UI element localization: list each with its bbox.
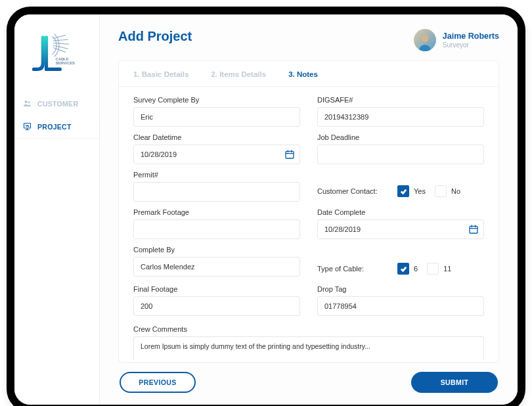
drop-tag-label: Drop Tag [317, 285, 484, 293]
customer-contact-yes[interactable]: Yes [397, 185, 426, 197]
job-deadline-label: Job Deadline [317, 133, 484, 141]
user-block[interactable]: Jaime Roberts Surveyor [414, 29, 499, 51]
main-content: Add Project Jaime Roberts Surveyor 1. Ba… [100, 14, 518, 405]
sidebar-item-project[interactable]: PROJECT [14, 115, 99, 138]
cable-type-11[interactable]: 11 [427, 263, 451, 275]
customer-contact-row: Customer Contact: Yes No [317, 181, 484, 201]
project-icon [22, 122, 32, 131]
clear-datetime-label: Clear Datetime [133, 133, 300, 141]
svg-point-7 [25, 101, 28, 103]
date-complete-input[interactable] [317, 219, 484, 239]
form-card: 1. Basic Details 2. Items Details 3. Not… [118, 60, 499, 363]
complete-by-label: Complete By [133, 246, 300, 254]
checkbox-checked-icon [397, 185, 409, 197]
form-area: Survey Complete By DIGSAFE# [119, 87, 499, 362]
user-name: Jaime Roberts [443, 32, 499, 41]
job-deadline-input[interactable] [317, 145, 484, 164]
complete-by-input[interactable] [133, 257, 300, 277]
cable-type-11-label: 11 [443, 265, 451, 273]
type-of-cable-label: Type of Cable: [317, 265, 388, 273]
svg-text:SERVICES: SERVICES [55, 61, 75, 65]
svg-text:CABLE: CABLE [55, 57, 68, 61]
page-title: Add Project [118, 29, 192, 44]
digsafe-input[interactable] [317, 107, 484, 127]
crew-comments-input[interactable] [133, 336, 484, 360]
sidebar-item-label: CUSTOMER [37, 100, 78, 108]
brand-logo-icon: CABLE SERVICES [32, 34, 83, 74]
survey-complete-by-label: Survey Complete By [133, 96, 300, 104]
logo: CABLE SERVICES [31, 33, 83, 75]
clear-datetime-input[interactable] [133, 145, 300, 164]
user-role: Surveyor [443, 41, 499, 49]
previous-button[interactable]: PREVIOUS [120, 372, 196, 393]
tab-notes[interactable]: 3. Notes [288, 70, 318, 78]
device-frame: CABLE SERVICES CUSTOMER PROJECT [7, 7, 525, 406]
tabs: 1. Basic Details 2. Items Details 3. Not… [119, 61, 499, 87]
premark-footage-input[interactable] [133, 219, 300, 239]
customer-contact-no[interactable]: No [435, 185, 460, 197]
sidebar-item-label: PROJECT [37, 123, 72, 131]
permit-label: Permit# [133, 171, 300, 179]
svg-line-2 [53, 43, 68, 45]
type-of-cable-row: Type of Cable: 6 11 [317, 259, 484, 279]
final-footage-label: Final Footage [133, 285, 300, 293]
topbar: Add Project Jaime Roberts Surveyor [118, 29, 499, 51]
checkbox-checked-icon [397, 263, 409, 275]
sidebar-item-customer[interactable]: CUSTOMER [14, 92, 99, 115]
date-complete-label: Date Complete [317, 208, 484, 216]
checkbox-empty-icon [427, 263, 439, 275]
tab-items-details[interactable]: 2. Items Details [211, 70, 266, 78]
crew-comments-label: Crew Comments [133, 325, 484, 333]
survey-complete-by-input[interactable] [133, 107, 300, 127]
permit-input[interactable] [133, 182, 300, 202]
svg-line-0 [53, 35, 65, 38]
customers-icon [22, 99, 32, 108]
customer-contact-yes-label: Yes [414, 187, 426, 195]
submit-button[interactable]: SUBMIT [411, 372, 498, 393]
cable-type-6[interactable]: 6 [397, 263, 418, 275]
svg-point-10 [422, 35, 429, 42]
sidebar: CABLE SERVICES CUSTOMER PROJECT [14, 14, 100, 405]
user-info: Jaime Roberts Surveyor [443, 32, 499, 49]
premark-footage-label: Premark Footage [133, 208, 300, 216]
actions: PREVIOUS SUBMIT [118, 363, 499, 394]
checkbox-empty-icon [435, 185, 447, 197]
svg-point-8 [28, 101, 30, 103]
customer-contact-label: Customer Contact: [317, 187, 388, 195]
drop-tag-input[interactable] [317, 296, 484, 316]
avatar [414, 29, 436, 51]
customer-contact-no-label: No [451, 187, 460, 195]
final-footage-input[interactable] [133, 296, 300, 316]
digsafe-label: DIGSAFE# [317, 96, 484, 104]
cable-type-6-label: 6 [414, 265, 418, 273]
tab-basic-details[interactable]: 1. Basic Details [133, 70, 188, 78]
screen: CABLE SERVICES CUSTOMER PROJECT [14, 14, 518, 405]
